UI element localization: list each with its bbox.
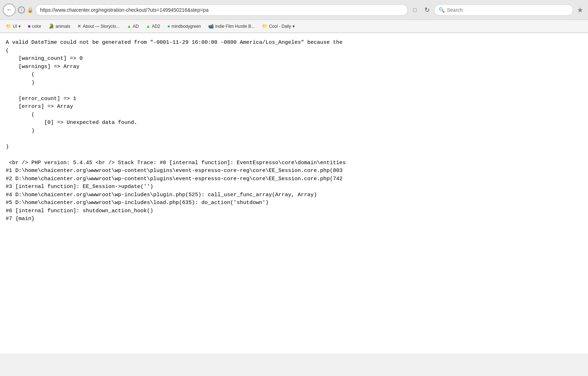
errors-open: ( — [6, 111, 582, 119]
x-icon: ✕ — [77, 24, 81, 29]
outer-close: ) — [6, 143, 582, 151]
indie-icon: 📹 — [208, 24, 214, 29]
refresh-button[interactable]: ↻ — [422, 5, 432, 15]
search-bar[interactable]: 🔍 — [434, 4, 573, 16]
errors-close: ) — [6, 127, 582, 135]
dropdown-icon: ▾ — [19, 24, 21, 29]
bookmark-label: Indie Film Hustle B... — [215, 24, 255, 29]
stack-5: #5 D:\home\chaicenter.org\wwwroot\wp-inc… — [6, 199, 582, 207]
stack-2: #2 D:\home\chaicenter.org\wwwroot\wp-con… — [6, 175, 582, 183]
warnings-line: [warnings] => Array — [6, 63, 582, 71]
bookmark-label: animals — [56, 24, 70, 29]
bookmark-label: AD — [133, 24, 139, 29]
info-button[interactable]: i — [18, 6, 25, 14]
bookmark-label: color — [32, 24, 41, 29]
error-message-line: [0] => Unexpected data found. — [6, 119, 582, 127]
error-line-1: A valid DateTime could not be generated … — [6, 39, 582, 47]
nav-bar: ← i 🔒 https://www.chaicenter.org/registr… — [0, 0, 588, 20]
bookmark-color[interactable]: ■ color — [25, 22, 44, 30]
bookmark-storyclo[interactable]: ✕ About — Storyclo... — [74, 22, 122, 30]
php-version-line: <br /> PHP version: 5.4.45 <br /> Stack … — [6, 159, 582, 167]
error-count-line: [error_count] => 1 — [6, 95, 582, 103]
folder-icon: 📁 — [6, 24, 11, 29]
blank-line-2 — [6, 135, 582, 143]
back-button[interactable]: ← — [3, 4, 16, 16]
bookmark-label: AD2 — [152, 24, 160, 29]
bookmark-ui[interactable]: 📁 UI ▾ — [3, 22, 24, 30]
warnings-open: ( — [6, 71, 582, 79]
stack-7: #7 {main} — [6, 215, 582, 223]
ad-icon: ▲ — [127, 24, 131, 29]
bookmark-cool[interactable]: 📁 Cool - Daily ▾ — [259, 22, 298, 30]
mbg-icon: ● — [167, 24, 170, 29]
error-line-2: ( — [6, 47, 582, 55]
folder-icon: 📁 — [262, 24, 268, 29]
bookmark-mindbodygreen[interactable]: ● mindbodygreen — [164, 22, 204, 30]
animals-icon: 🐊 — [48, 24, 54, 29]
bookmark-label: Cool - Daily — [269, 24, 291, 29]
color-icon: ■ — [28, 24, 31, 29]
search-icon: 🔍 — [439, 7, 445, 13]
stack-3: #3 [internal function]: EE_Session->upda… — [6, 183, 582, 191]
bookmark-label: UI — [13, 24, 17, 29]
ad2-icon: ▲ — [146, 24, 150, 29]
stack-1: #1 D:\home\chaicenter.org\wwwroot\wp-con… — [6, 167, 582, 175]
star-button[interactable]: ★ — [575, 5, 585, 15]
warning-count-line: [warning_count] => 0 — [6, 55, 582, 63]
bookmark-animals[interactable]: 🐊 animals — [46, 22, 73, 30]
bookmark-label: mindbodygreen — [171, 24, 201, 29]
stack-4: #4 D:\home\chaicenter.org\wwwroot\wp-inc… — [6, 191, 582, 199]
address-bar[interactable]: https://www.chaicenter.org/registration-… — [35, 4, 408, 16]
errors-line: [errors] => Array — [6, 103, 582, 111]
bookmark-indie[interactable]: 📹 Indie Film Hustle B... — [205, 22, 258, 30]
bookmark-ad2[interactable]: ▲ AD2 — [143, 22, 163, 30]
stack-6: #6 [internal function]: shutdown_action_… — [6, 207, 582, 215]
page-content: A valid DateTime could not be generated … — [0, 33, 588, 354]
url-text: https://www.chaicenter.org/registration-… — [40, 7, 208, 13]
search-input[interactable] — [447, 7, 568, 13]
warnings-close: ) — [6, 79, 582, 87]
bookmark-ad[interactable]: ▲ AD — [124, 22, 142, 30]
share-button[interactable]: □ — [410, 5, 420, 15]
blank-line-1 — [6, 87, 582, 95]
dropdown-icon: ▾ — [293, 24, 295, 29]
bookmarks-bar: 📁 UI ▾ ■ color 🐊 animals ✕ About — Story… — [0, 20, 588, 33]
bookmark-label: About — Storyclo... — [83, 24, 119, 29]
blank-line-3 — [6, 151, 582, 159]
lock-icon: 🔒 — [27, 7, 33, 13]
browser-chrome: ← i 🔒 https://www.chaicenter.org/registr… — [0, 0, 588, 33]
